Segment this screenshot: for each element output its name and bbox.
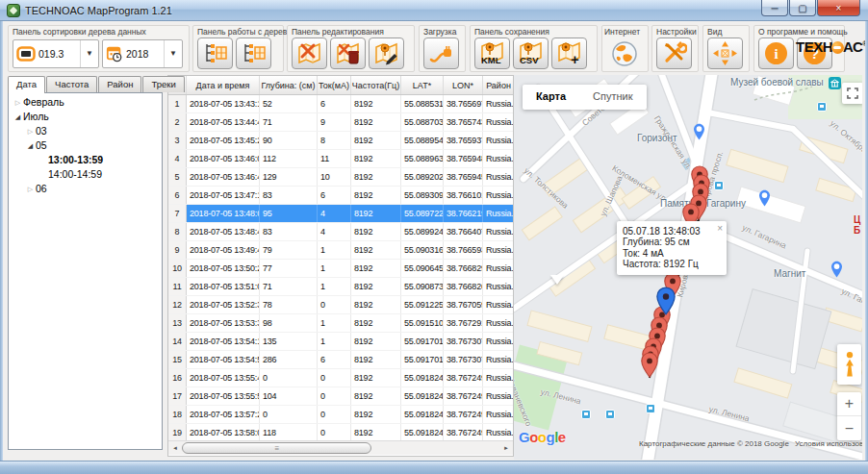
table-row[interactable]: 142018-07-05 13:54:141351819255.09170138… xyxy=(168,333,513,351)
map-terms-link[interactable]: Условия использования xyxy=(795,439,862,448)
table-row[interactable]: 102018-07-05 13:50:26771819255.09064538.… xyxy=(168,260,513,278)
fullscreen-icon xyxy=(846,87,859,100)
google-logo[interactable]: Google xyxy=(519,429,566,445)
table-cell: Russia. xyxy=(483,387,514,405)
year-select[interactable]: 2018 ▼ xyxy=(102,39,183,68)
load-from-device-button[interactable] xyxy=(423,37,459,69)
infowindow-close-icon[interactable]: × xyxy=(717,223,723,234)
table-row[interactable]: 92018-07-05 13:49:43791819255.09031638.7… xyxy=(168,241,513,260)
view-pan-button[interactable] xyxy=(707,37,743,69)
tree-item[interactable]: 14:00-14:59 xyxy=(9,167,162,182)
point-marker[interactable] xyxy=(640,352,659,382)
table-cell: 38.767291 xyxy=(444,314,483,332)
table-row[interactable]: 42018-07-05 13:46:0511211819255.08896338… xyxy=(168,150,513,168)
save-csv-button[interactable]: CSV xyxy=(513,37,549,69)
add-map-button[interactable]: + xyxy=(551,37,587,69)
internet-button[interactable] xyxy=(606,37,642,69)
table-row[interactable]: 82018-07-05 13:48:41834819255.08992438.7… xyxy=(168,223,513,241)
table-cell: 129 xyxy=(260,168,318,186)
delete-track-button[interactable] xyxy=(330,37,366,69)
table-row[interactable]: 32018-07-05 13:45:29908819255.08895438.7… xyxy=(168,132,513,150)
column-header[interactable]: Дата и время xyxy=(187,76,260,94)
column-header[interactable]: LAT* xyxy=(401,76,444,94)
sidebar-tab-Дата[interactable]: Дата xyxy=(8,76,45,93)
tree-to-map-button[interactable] xyxy=(197,37,233,69)
column-header[interactable]: Глубина: (см) xyxy=(260,76,318,94)
table-row[interactable]: 62018-07-05 13:47:12836819255.08930938.7… xyxy=(168,187,513,205)
selected-point-marker[interactable] xyxy=(655,287,677,319)
tree-expand-icon[interactable]: ▷ xyxy=(25,124,36,138)
group-label-view: Вид xyxy=(707,27,722,37)
tree-item[interactable]: ▷03 xyxy=(9,124,162,138)
title-bar[interactable]: TECHNOAC MapProgram 1.21 ─ ▢ × xyxy=(0,0,868,21)
scroll-right-icon[interactable]: ► xyxy=(500,443,512,454)
save-kml-button[interactable]: KML xyxy=(474,37,510,69)
about-button[interactable]: i xyxy=(758,37,794,69)
close-button[interactable]: × xyxy=(817,0,860,16)
sidebar-tab-Частота[interactable]: Частота xyxy=(46,76,97,92)
tree-collapse-icon[interactable]: ◢ xyxy=(13,110,23,124)
table-cell: 8192 xyxy=(351,387,401,405)
dropdown-arrow-icon[interactable]: ▼ xyxy=(164,40,182,67)
tree-item[interactable]: 13:00-13:59 xyxy=(9,153,162,167)
delete-point-button[interactable] xyxy=(292,37,327,69)
maximize-button[interactable]: ▢ xyxy=(789,0,816,16)
row-number: 7 xyxy=(168,205,187,222)
scrollbar-thumb[interactable] xyxy=(182,442,371,454)
technoac-logo: ТЕХНАС® xyxy=(796,38,867,55)
table-header[interactable]: Дата и времяГлубина: (см)Ток(мА)Частота(… xyxy=(168,76,513,95)
table-cell: Russia. xyxy=(483,369,514,387)
scroll-left-icon[interactable]: ◄ xyxy=(169,443,181,454)
table-hscrollbar[interactable]: ◄ ► xyxy=(168,440,513,455)
infowindow-frequency: Частота: 8192 Гц xyxy=(623,259,721,270)
tree-item[interactable]: ◢Июль xyxy=(9,110,162,124)
table-row[interactable]: 72018-07-05 13:48:03954819255.08972238.7… xyxy=(168,205,513,223)
tree-item[interactable]: ▷Февраль xyxy=(9,95,162,110)
table-row[interactable]: 12018-07-05 13:43:19526819255.08853138.7… xyxy=(168,95,513,113)
zoom-in-button[interactable]: + xyxy=(837,392,861,416)
table-cell: 9 xyxy=(318,113,351,131)
table-row[interactable]: 162018-07-05 13:55:4000819255.09182438.7… xyxy=(168,369,513,387)
logo-ball-icon xyxy=(831,41,844,54)
device-select[interactable]: 019.3 ▼ xyxy=(13,39,99,68)
column-header[interactable]: Ток(мА) xyxy=(318,76,351,94)
map-type-satellite[interactable]: Спутник xyxy=(579,85,646,110)
tree-from-map-button[interactable] xyxy=(236,37,271,69)
data-tree-panel[interactable]: ▷Февраль◢Июль▷03◢0513:00-13:5914:00-14:5… xyxy=(8,92,163,450)
row-number: 3 xyxy=(168,132,187,149)
tree-expand-icon[interactable]: ▷ xyxy=(25,182,36,196)
dropdown-arrow-icon[interactable]: ▼ xyxy=(80,40,98,67)
tree-item[interactable]: ◢05 xyxy=(9,138,162,153)
fullscreen-button[interactable] xyxy=(842,83,862,104)
column-header[interactable]: Район xyxy=(483,76,514,94)
pan-arrows-icon xyxy=(712,40,738,66)
tree-collapse-icon[interactable]: ◢ xyxy=(25,138,36,153)
sidebar-tab-Треки[interactable]: Треки xyxy=(142,76,184,92)
map-view[interactable]: Кирова просп.КироваГражданская ул.Советс… xyxy=(514,73,862,460)
table-row[interactable]: 112018-07-05 13:51:02711819255.09087338.… xyxy=(168,278,513,296)
sidebar-tab-Район[interactable]: Район xyxy=(98,76,141,92)
window-icon xyxy=(7,4,20,17)
table-row[interactable]: 22018-07-05 13:44:44719819255.08870338.7… xyxy=(168,113,513,132)
zoom-out-button[interactable]: − xyxy=(837,416,861,440)
toolbar-group-view: Вид xyxy=(702,25,750,72)
table-row[interactable]: 132018-07-05 13:53:39981819255.09151038.… xyxy=(168,314,513,333)
column-header[interactable]: LON* xyxy=(444,76,483,94)
row-number: 10 xyxy=(168,260,187,277)
table-row[interactable]: 182018-07-05 13:57:2800819255.09182438.7… xyxy=(168,406,513,424)
table-row[interactable]: 122018-07-05 13:52:36780819255.09122538.… xyxy=(168,296,513,314)
table-row[interactable]: 172018-07-05 13:55:591040819255.09182438… xyxy=(168,387,513,406)
column-header[interactable]: Частота(Гц) xyxy=(351,76,401,94)
tree-item[interactable]: ▷06 xyxy=(9,182,162,196)
table-cell: 55.091824 xyxy=(401,387,444,405)
table-row[interactable]: 152018-07-05 13:54:552866819255.09170138… xyxy=(168,351,513,369)
window-frame-bottom xyxy=(0,461,868,474)
table-cell: 83 xyxy=(260,187,318,204)
edit-point-button[interactable] xyxy=(369,37,404,69)
map-type-map[interactable]: Карта xyxy=(523,85,579,110)
pegman-control[interactable] xyxy=(837,344,861,385)
minimize-button[interactable]: ─ xyxy=(761,0,788,16)
settings-button[interactable] xyxy=(656,37,692,69)
tree-expand-icon[interactable]: ▷ xyxy=(13,95,23,110)
table-row[interactable]: 52018-07-05 13:46:4412910819255.08920238… xyxy=(168,168,513,187)
